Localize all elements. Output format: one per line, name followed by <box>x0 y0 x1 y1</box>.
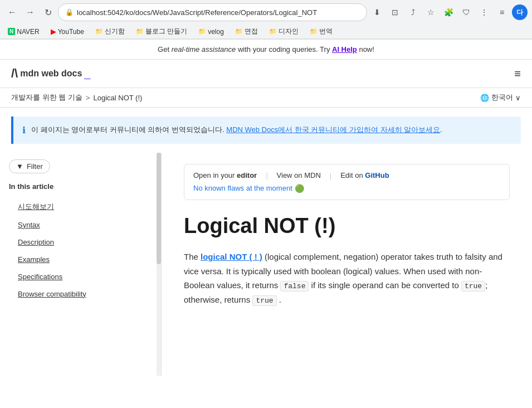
hamburger-button[interactable]: ≡ <box>514 67 521 80</box>
address-bar[interactable]: 🔒 localhost:5042/ko/docs/Web/JavaScript/… <box>58 3 367 21</box>
filter-button[interactable]: ▼ Filter <box>9 159 50 173</box>
true-code-1: true <box>461 281 485 292</box>
lock-icon: 🔒 <box>65 8 74 16</box>
reload-button[interactable]: ↻ <box>40 4 56 20</box>
filter-icon: ▼ <box>16 162 23 171</box>
info-icon: ℹ <box>22 125 26 136</box>
bookmark-translation[interactable]: 📁 번역 <box>306 26 336 37</box>
page-title: Logical NOT (!) <box>184 213 510 239</box>
banner-highlight: real-time assistance <box>172 45 236 54</box>
sidebar-item-specifications[interactable]: Specifications <box>0 268 161 285</box>
logical-not-link[interactable]: logical NOT ( ! ) <box>201 252 262 261</box>
folder-icon-singicham: 📁 <box>95 28 103 35</box>
banner-text-after: now! <box>357 45 374 54</box>
true-code-2: true <box>252 295 276 306</box>
bookmark-youtube-label: YouTube <box>58 28 84 36</box>
main-content: Open in your editor | View on MDN | Edit… <box>162 153 532 376</box>
bookmark-design-label: 디자인 <box>279 27 299 36</box>
bookmark-blog[interactable]: 📁 블로그 만들기 <box>133 26 191 37</box>
bookmark-velog-label: velog <box>208 28 224 36</box>
bookmark-singicham[interactable]: 📁 신기함 <box>92 26 128 37</box>
mdn-logo[interactable]: /\ mdn web docs_ <box>11 66 90 81</box>
action-separator-2: | <box>330 171 331 179</box>
bookmark-translation-label: 번역 <box>319 27 333 36</box>
more-icon[interactable]: ≡ <box>494 4 510 20</box>
in-article-title: In this article <box>0 182 161 197</box>
breadcrumb-parent-link[interactable]: 개발자를 위한 웹 기술 <box>11 93 82 103</box>
browser-toolbar-icons: ⬇ ⊡ ⤴ ☆ 🧩 🛡 ⋮ ≡ 다 <box>369 4 528 20</box>
action-separator-1: | <box>266 171 267 179</box>
shield-icon[interactable]: 🛡 <box>458 4 474 20</box>
open-editor-prefix: Open in your <box>193 171 237 179</box>
ai-help-link[interactable]: AI Help <box>332 45 357 54</box>
banner-text-mid: with your coding queries. <box>236 45 320 54</box>
extension-icon[interactable]: 🧩 <box>441 4 456 20</box>
info-text-after: . <box>440 125 442 134</box>
mdn-m-icon: /\ <box>11 66 18 81</box>
sidebar-item-syntax[interactable]: Syntax <box>0 216 161 234</box>
breadcrumb-left: 개발자를 위한 웹 기술 > Logical NOT (!) <box>11 93 142 103</box>
flaws-icon: 🟢 <box>295 184 304 193</box>
info-text: 이 페이지는 영어로부터 커뮤니티에 의하여 번역되었습니다. MDN Web … <box>31 124 442 136</box>
view-on-mdn-link[interactable]: View on MDN <box>277 171 321 179</box>
bookmark-naver-label: NAVER <box>17 28 39 36</box>
bookmarks-bar: N NAVER ▶ YouTube 📁 신기함 📁 블로그 만들기 📁 velo… <box>0 25 532 39</box>
sidebar-item-try[interactable]: 시도해보기 <box>0 197 161 216</box>
filter-label: Filter <box>27 162 43 171</box>
mdn-header: /\ mdn web docs_ ≡ <box>0 60 532 88</box>
browser-chrome: ← → ↻ 🔒 localhost:5042/ko/docs/Web/JavaS… <box>0 0 532 40</box>
share-icon[interactable]: ⤴ <box>405 4 421 20</box>
sidebar-item-examples[interactable]: Examples <box>0 251 161 268</box>
ai-help-text: AI Help <box>332 45 357 54</box>
bookmark-singicham-label: 신기함 <box>105 27 125 36</box>
naver-icon: N <box>8 28 15 35</box>
bookmark-design[interactable]: 📁 디자인 <box>266 26 302 37</box>
top-banner: Get real-time assistance with your codin… <box>0 40 532 60</box>
bookmark-naver[interactable]: N NAVER <box>4 27 43 37</box>
article-paragraph-1: The logical NOT ( ! ) (logical complemen… <box>184 250 510 307</box>
banner-text-before: Get <box>158 45 172 54</box>
folder-icon-interview: 📁 <box>235 28 243 35</box>
page-content: Get real-time assistance with your codin… <box>0 40 532 376</box>
menu-dots-icon[interactable]: ⋮ <box>476 4 492 20</box>
bookmark-blog-label: 블로그 만들기 <box>145 27 187 36</box>
back-button[interactable]: ← <box>4 4 20 20</box>
edit-on-github-link[interactable]: Edit on GitHub <box>340 171 389 179</box>
folder-icon-translation: 📁 <box>310 28 318 35</box>
sidebar-item-description[interactable]: Description <box>0 234 161 251</box>
folder-icon-velog: 📁 <box>198 28 206 35</box>
mdn-logo-underscore: _ <box>84 67 90 80</box>
address-text: localhost:5042/ko/docs/Web/JavaScript/Re… <box>77 8 360 17</box>
no-flaws-row: No known flaws at the moment 🟢 <box>193 184 500 193</box>
translate-icon[interactable]: ⊡ <box>387 4 403 20</box>
bookmark-interview-label: 면접 <box>245 27 258 36</box>
bold-term: logical NOT ( ! ) <box>201 252 262 261</box>
community-link[interactable]: MDN Web Docs에서 한국 커뮤니티에 가입하여 자세히 알아보세요 <box>226 125 440 134</box>
download-icon[interactable]: ⬇ <box>369 4 385 20</box>
sidebar: ▼ Filter In this article 시도해보기 Syntax De… <box>0 153 162 376</box>
sidebar-item-browser-compat[interactable]: Browser compatibility <box>0 285 161 303</box>
action-bar-top: Open in your editor | View on MDN | Edit… <box>193 171 500 184</box>
bookmark-interview[interactable]: 📁 면접 <box>232 26 261 37</box>
article-mid-text: if its single operand can be converted t… <box>309 280 461 290</box>
language-selector[interactable]: 🌐 한국어 ∨ <box>480 93 521 103</box>
globe-icon: 🌐 <box>480 94 489 102</box>
browser-controls-bar: ← → ↻ 🔒 localhost:5042/ko/docs/Web/JavaS… <box>0 0 532 25</box>
bookmark-velog[interactable]: 📁 velog <box>195 27 227 37</box>
profile-button[interactable]: 다 <box>512 4 528 20</box>
open-editor-bold: editor <box>237 171 257 179</box>
scrollbar-thumb[interactable] <box>157 153 161 264</box>
open-in-editor-link[interactable]: Open in your editor <box>193 171 257 179</box>
bookmark-youtube[interactable]: ▶ YouTube <box>47 26 87 37</box>
article-period: . <box>277 295 281 304</box>
bookmark-icon[interactable]: ☆ <box>423 4 438 20</box>
banner-try-label: Try <box>320 45 332 54</box>
youtube-icon: ▶ <box>51 27 56 36</box>
breadcrumb-separator: > <box>86 94 90 102</box>
no-flaws-label: No known flaws at the moment <box>193 184 292 192</box>
info-text-before: 이 페이지는 영어로부터 커뮤니티에 의하여 번역되었습니다. <box>31 125 226 134</box>
article-intro: The <box>184 252 201 261</box>
forward-button[interactable]: → <box>22 4 38 20</box>
edit-github-bold: GitHub <box>365 171 389 179</box>
scrollbar-track <box>157 153 161 376</box>
